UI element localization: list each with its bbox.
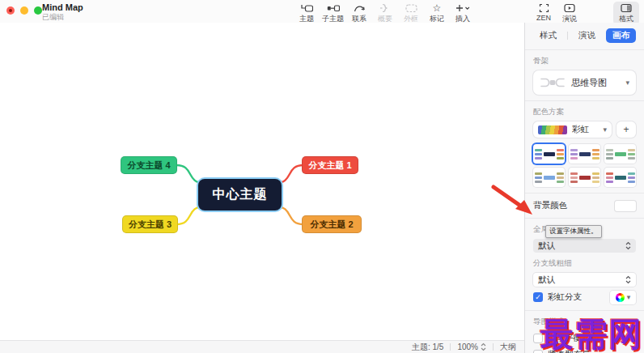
- color-scheme-thumbnail[interactable]: [604, 144, 636, 164]
- relationship-button[interactable]: 联系: [346, 2, 372, 25]
- topic-icon: [301, 2, 313, 13]
- tab-style[interactable]: 样式: [533, 28, 563, 43]
- status-bar: 主题: 1/5 100% 大纲: [0, 340, 524, 353]
- background-color-swatch[interactable]: [615, 201, 636, 211]
- global-font-value: 默认: [538, 240, 555, 252]
- toolbar-format-group: 格式: [613, 2, 639, 25]
- color-scheme-dropdown[interactable]: 彩虹 ▾: [533, 121, 612, 138]
- mindmap-canvas[interactable]: 中心主题 分支主题 1分支主题 2分支主题 3分支主题 4: [0, 23, 524, 340]
- status-divider: [493, 343, 494, 351]
- branch-topic[interactable]: 分支主题 3: [122, 215, 178, 233]
- minimize-window-button[interactable]: [20, 6, 28, 15]
- color-scheme-value: 彩虹: [572, 124, 589, 135]
- separator: [525, 310, 644, 311]
- rainbow-branch-row: ✓ 彩虹分支 ▾: [533, 290, 636, 304]
- plus-chevron-icon: [455, 2, 470, 13]
- topic-button[interactable]: 主题: [294, 2, 320, 25]
- branch-width-dropdown[interactable]: 默认: [533, 273, 636, 287]
- tab-presentation[interactable]: 演说: [572, 28, 602, 43]
- rainbow-swatch-icon: [538, 125, 567, 134]
- chevron-down-icon: ▾: [603, 126, 607, 134]
- font-tooltip: 设置字体属性。: [545, 225, 602, 238]
- document-title: Mind Map: [42, 3, 83, 12]
- rainbow-branch-label: 彩虹分支: [548, 291, 582, 303]
- topic-counter: 主题: 1/5: [412, 342, 443, 353]
- relationship-icon: [354, 2, 366, 13]
- zoom-window-button[interactable]: [34, 6, 42, 15]
- status-divider: [450, 343, 451, 351]
- stepper-chevrons-icon: [625, 275, 631, 284]
- color-scheme-thumbnail[interactable]: [569, 168, 600, 187]
- color-scheme-row: 彩虹 ▾ +: [533, 121, 636, 138]
- marker-button[interactable]: ☆ 标记: [424, 2, 450, 25]
- boundary-button: 外框: [398, 2, 424, 25]
- summary-button: 概要: [372, 2, 398, 25]
- rainbow-branch-checkbox[interactable]: ✓: [533, 292, 543, 302]
- document-status: 已编辑: [42, 14, 83, 21]
- play-icon: [564, 2, 575, 13]
- close-window-button[interactable]: [6, 6, 15, 15]
- branch-topic[interactable]: 分支主题 1: [302, 156, 358, 174]
- format-panel-button[interactable]: 格式: [613, 2, 639, 25]
- zen-mode-button[interactable]: ZEN: [531, 2, 557, 23]
- document-title-block: Mind Map 已编辑: [42, 3, 83, 21]
- titlebar: Mind Map 已编辑 主题 子主题 联系: [0, 0, 644, 23]
- separator: [525, 218, 644, 219]
- global-font-dropdown[interactable]: 默认: [533, 239, 636, 253]
- zoom-control[interactable]: 100%: [457, 342, 486, 351]
- skeleton-value: 思维导图: [571, 77, 607, 89]
- chevron-down-icon: ▾: [627, 294, 631, 301]
- branch-width-value: 默认: [538, 274, 555, 286]
- color-scheme-thumbnails: [533, 144, 636, 187]
- subtopic-button[interactable]: 子主题: [320, 2, 346, 25]
- tab-divider: [567, 32, 568, 40]
- sidebar-icon: [621, 2, 632, 13]
- color-scheme-section-label: 配色方案: [533, 107, 636, 117]
- central-topic[interactable]: 中心主题: [198, 179, 282, 211]
- watermark-text: 最需网: [540, 318, 642, 351]
- window-controls: [6, 6, 42, 15]
- mindmap-app-window: Mind Map 已编辑 主题 子主题 联系: [0, 0, 644, 353]
- separator: [525, 100, 644, 101]
- toolbar-right-group: ZEN 演说: [531, 2, 583, 25]
- branch-width-label: 分支线粗细: [533, 258, 636, 269]
- add-color-scheme-button[interactable]: +: [616, 121, 636, 138]
- color-wheel-icon: [616, 293, 625, 302]
- mindmap-skeleton-icon: [540, 76, 566, 89]
- tab-canvas[interactable]: 画布: [606, 28, 636, 43]
- skeleton-dropdown[interactable]: 思维导图 ▾: [533, 70, 636, 95]
- skeleton-section-label: 骨架: [533, 56, 636, 66]
- boundary-icon: [405, 2, 417, 13]
- background-color-label: 背景颜色: [533, 200, 567, 211]
- toolbar-button-label: ZEN: [536, 14, 551, 22]
- stepper-chevrons-icon: [625, 241, 631, 250]
- outline-toggle[interactable]: 大纲: [500, 342, 516, 353]
- branch-topic[interactable]: 分支主题 2: [302, 215, 362, 233]
- format-panel-tabs: 样式 演说 画布: [533, 28, 636, 44]
- branch-topic[interactable]: 分支主题 4: [121, 156, 177, 174]
- color-scheme-thumbnail[interactable]: [569, 144, 600, 164]
- present-button[interactable]: 演说: [557, 2, 583, 25]
- zoom-stepper-icon: [481, 342, 486, 351]
- color-scheme-thumbnail[interactable]: [604, 168, 636, 187]
- chevron-down-icon: ▾: [625, 79, 629, 87]
- color-scheme-thumbnail[interactable]: [533, 168, 565, 187]
- zoom-level: 100%: [457, 342, 478, 351]
- toolbar-main-group: 主题 子主题 联系 概要: [294, 2, 476, 25]
- zen-brackets-icon: [539, 2, 549, 13]
- separator: [525, 193, 644, 194]
- color-scheme-thumbnail[interactable]: [533, 144, 565, 164]
- rainbow-color-dropdown[interactable]: ▾: [610, 291, 636, 304]
- format-panel: 样式 演说 画布 骨架 思维导图 ▾ 配色方案 彩虹 ▾: [524, 23, 644, 353]
- summary-icon: [379, 2, 391, 13]
- insert-button[interactable]: 插入: [450, 2, 476, 25]
- separator: [525, 49, 644, 50]
- background-color-row: 背景颜色: [533, 199, 636, 212]
- subtopic-icon: [327, 2, 340, 13]
- star-icon: ☆: [433, 2, 442, 13]
